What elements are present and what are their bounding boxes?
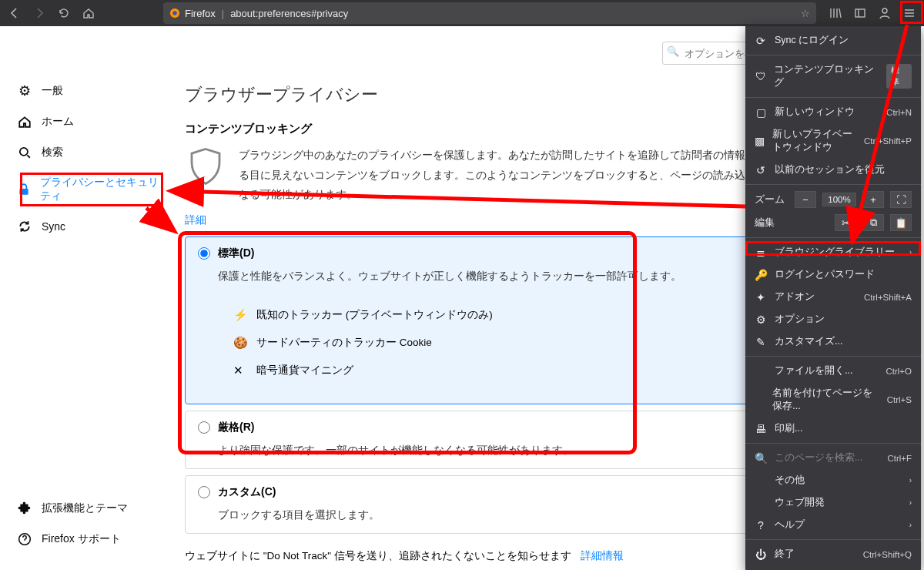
help-icon <box>17 531 32 547</box>
menu-customize[interactable]: ✎カスタマイズ... <box>745 330 921 353</box>
zoom-level[interactable]: 100% <box>822 193 856 206</box>
menu-library[interactable]: ≣ブラウジングライブラリー› <box>745 241 921 263</box>
url-bar[interactable]: Firefox | about:preferences#privacy ☆ <box>163 2 816 24</box>
detail-link[interactable]: 詳細 <box>185 214 206 226</box>
menu-addons[interactable]: ✦アドオンCtrl+Shift+A <box>745 286 921 308</box>
gear-icon: ⚙ <box>755 314 767 326</box>
sidebar-item-privacy[interactable]: プライバシーとセキュリティ <box>0 168 177 211</box>
svg-rect-2 <box>855 9 865 17</box>
preferences-sidebar: ⚙一般 ホーム 検索 プライバシーとセキュリティ Sync 拡張機能とテーマ F… <box>0 26 177 570</box>
menu-quit[interactable]: ⏻終了Ctrl+Shift+Q <box>745 543 921 565</box>
menu-new-window[interactable]: ▢新しいウィンドウCtrl+N <box>745 101 921 123</box>
menu-edit: 編集✂⧉📋 <box>745 211 921 234</box>
standard-radio[interactable] <box>198 247 210 260</box>
sidebar-item-home[interactable]: ホーム <box>0 106 177 137</box>
menu-options[interactable]: ⚙オプション <box>745 308 921 330</box>
sidebar-item-sync[interactable]: Sync <box>0 211 177 242</box>
puzzle-icon: ✦ <box>755 291 767 303</box>
menu-save-as[interactable]: 名前を付けてページを保存...Ctrl+S <box>745 382 921 417</box>
back-button[interactable] <box>3 2 26 25</box>
sidebar-item-search[interactable]: 検索 <box>0 137 177 168</box>
menu-help[interactable]: ?ヘルプ› <box>745 514 921 536</box>
custom-title: カスタム(C) <box>218 485 276 499</box>
sync-icon: ⟳ <box>755 35 767 47</box>
search-icon <box>17 145 32 160</box>
menu-restore[interactable]: ↺以前のセッションを復元 <box>745 159 921 181</box>
strict-title: 厳格(R) <box>218 421 254 434</box>
window-icon: ▢ <box>755 106 767 119</box>
dnt-more-link[interactable]: 詳細情報 <box>581 549 624 563</box>
sidebar-item-extensions[interactable]: 拡張機能とテーマ <box>0 493 177 524</box>
content-blocking-description: ブラウジング中のあなたのプライバシーを保護します。あなたが訪問したサイトを追跡し… <box>239 146 789 205</box>
home-button[interactable] <box>77 2 100 25</box>
cut-button[interactable]: ✂ <box>835 214 856 231</box>
url-text: about:preferences#privacy <box>230 8 348 19</box>
menu-more[interactable]: その他› <box>745 469 921 491</box>
svg-rect-5 <box>19 189 28 195</box>
browser-toolbar: Firefox | about:preferences#privacy ☆ <box>0 0 924 26</box>
account-button[interactable] <box>873 2 896 25</box>
svg-point-3 <box>882 8 887 13</box>
paste-button[interactable]: 📋 <box>890 214 912 231</box>
lock-icon <box>17 182 31 197</box>
shield-icon <box>185 146 226 187</box>
key-icon: 🔑 <box>755 269 767 281</box>
sidebars-button[interactable] <box>849 2 872 25</box>
zoom-out-button[interactable]: − <box>795 191 816 208</box>
cookie-icon: 🍪 <box>233 336 247 350</box>
sidebar-item-general[interactable]: ⚙一般 <box>0 75 177 106</box>
copy-button[interactable]: ⧉ <box>862 214 884 231</box>
menu-zoom: ズーム−100%+⛶ <box>745 188 921 211</box>
library-button[interactable] <box>824 2 847 25</box>
svg-point-1 <box>172 11 177 15</box>
zoom-in-button[interactable]: + <box>862 191 884 208</box>
strict-radio[interactable] <box>198 421 210 434</box>
print-icon: 🖶 <box>755 423 767 435</box>
standard-title: 標準(D) <box>218 246 254 260</box>
menu-logins[interactable]: 🔑ログインとパスワード <box>745 263 921 286</box>
menu-open-file[interactable]: ファイルを開く...Ctrl+O <box>745 360 921 382</box>
sync-icon <box>17 219 32 234</box>
custom-radio[interactable] <box>198 486 210 498</box>
dnt-label: ウェブサイトに "Do Not Track" 信号を送り、追跡されたくないことを… <box>185 549 571 563</box>
cryptominer-icon: ✕ <box>233 364 247 377</box>
restore-icon: ↺ <box>755 164 767 176</box>
menu-webdev[interactable]: ウェブ開発› <box>745 491 921 514</box>
svg-point-4 <box>20 148 28 156</box>
identity-label: Firefox <box>185 8 216 19</box>
shield-icon: 🛡 <box>755 70 766 82</box>
fullscreen-button[interactable]: ⛶ <box>890 191 912 208</box>
home-icon <box>17 114 32 129</box>
cb-badge: 標準 <box>886 64 912 89</box>
sidebar-item-support[interactable]: Firefox サポート <box>0 524 177 555</box>
power-icon: ⏻ <box>755 548 767 561</box>
menu-content-blocking[interactable]: 🛡コンテンツブロッキング標準 <box>745 59 921 94</box>
app-menu: ⟳Sync にログイン 🛡コンテンツブロッキング標準 ▢新しいウィンドウCtrl… <box>745 26 921 570</box>
brush-icon: ✎ <box>755 336 767 348</box>
search-icon: 🔍 <box>755 452 767 464</box>
identity-box[interactable]: Firefox <box>169 8 216 19</box>
menu-find[interactable]: 🔍このページを検索...Ctrl+F <box>745 447 921 469</box>
mask-icon: ▩ <box>755 135 765 147</box>
forward-button[interactable] <box>28 2 51 25</box>
hamburger-menu-button[interactable] <box>898 2 921 25</box>
reload-button[interactable] <box>52 2 75 25</box>
bookmark-star-icon[interactable]: ☆ <box>801 8 810 19</box>
library-icon: ≣ <box>755 246 767 259</box>
gear-icon: ⚙ <box>17 83 32 99</box>
menu-new-private[interactable]: ▩新しいプライベートウィンドウCtrl+Shift+P <box>745 123 921 159</box>
menu-sync[interactable]: ⟳Sync にログイン <box>745 29 921 52</box>
help-icon: ? <box>755 519 767 531</box>
tracker-icon: ⚡ <box>233 308 247 322</box>
puzzle-icon <box>17 501 32 516</box>
menu-print[interactable]: 🖶印刷... <box>745 417 921 440</box>
